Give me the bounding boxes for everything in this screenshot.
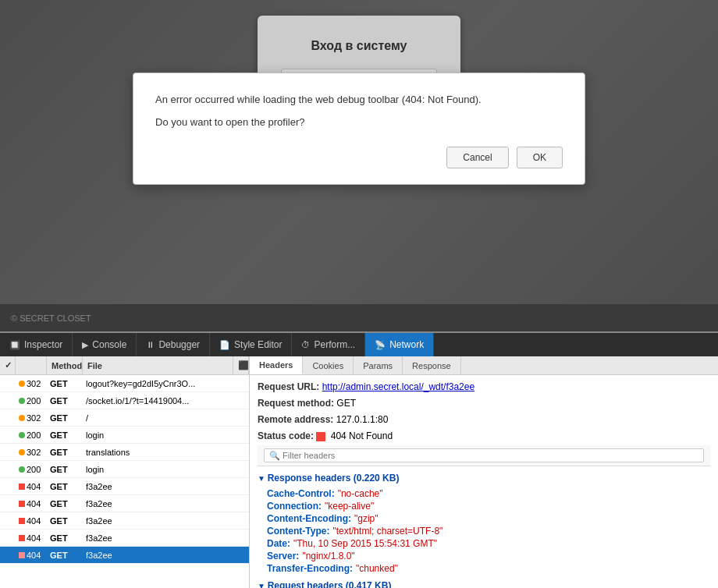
resp-hkey: Date: [267,538,290,549]
devtools-panel: 🔲 Inspector ▶ Console ⏸ Debugger 📄 Style… [0,331,718,588]
tab-style-editor[interactable]: 📄 Style Editor [210,333,292,356]
tab-debugger-label: Debugger [158,339,200,350]
console-icon: ▶ [82,340,88,350]
resp-header-item: Date: "Thu, 10 Sep 2015 15:54:31 GMT" [258,538,710,549]
footer-bar: © SECRET CLOSET [0,304,718,331]
page-background: Вход в систему Submit An error occurred … [0,0,718,304]
request-url-label: Request URL: [258,381,319,392]
col-icon: ⬛ [233,356,249,374]
subtab-cookies[interactable]: Cookies [303,356,354,374]
dialog-buttons: Cancel OK [155,147,563,168]
request-row[interactable]: 302 GET / [0,409,249,427]
dialog-overlay: An error occurred while loading the web … [0,0,718,304]
status-code-val: 404 Not Found [331,430,393,441]
resp-hval: "no-cache" [338,488,383,499]
debugger-icon: ⏸ [146,340,155,349]
tab-performance-label: Perform... [314,339,355,350]
request-section-title: Request headers (0.417 KB) [258,579,710,588]
request-row[interactable]: 404 GET f3a2ee [0,530,249,547]
right-panel: Headers Cookies Params Response Request … [250,356,718,588]
col-check: ✓ [0,356,16,374]
tab-console[interactable]: ▶ Console [73,333,137,356]
col-file: File [83,356,233,374]
request-url-line: Request URL: http://admin.secret.local/_… [258,380,710,394]
status-code-box [316,432,325,441]
cancel-button[interactable]: Cancel [446,147,508,168]
resp-header-item: Content-Type: "text/html; charset=UTF-8" [258,526,710,537]
tab-style-editor-label: Style Editor [234,339,282,350]
ok-button[interactable]: OK [517,147,563,168]
devtools-tabs: 🔲 Inspector ▶ Console ⏸ Debugger 📄 Style… [0,333,718,356]
resp-header-item: Connection: "keep-alive" [258,501,710,512]
resp-header-item: Content-Encoding: "gzip" [258,513,710,524]
devtools-content: ✓ Method File ⬛ 302 GET logout?key=gd2dI… [0,356,718,588]
request-row[interactable]: 404 GET f3a2ee [0,478,249,495]
resp-hval: "text/html; charset=UTF-8" [332,526,443,537]
col-method: Method [47,356,83,374]
request-url-val: http://admin.secret.local/_wdt/f3a2ee [322,381,475,392]
request-row[interactable]: 302 GET logout?key=gd2dI5yCnr3O... [0,375,249,392]
sub-tabs: Headers Cookies Params Response [250,356,718,375]
request-list-header: ✓ Method File ⬛ [0,356,249,375]
inspector-icon: 🔲 [9,340,20,350]
tab-debugger[interactable]: ⏸ Debugger [137,333,210,356]
resp-hval: "chunked" [356,563,398,574]
resp-hkey: Content-Type: [267,526,329,537]
subtab-response[interactable]: Response [403,356,461,374]
headers-content: Request URL: http://admin.secret.local/_… [250,375,718,588]
resp-hval: "Thu, 10 Sep 2015 15:54:31 GMT" [293,538,437,549]
resp-hkey: Connection: [267,501,322,512]
dialog-line2: Do you want to open the profiler? [155,115,563,131]
tab-console-label: Console [92,339,126,350]
resp-hkey: Content-Encoding: [267,513,351,524]
resp-hkey: Cache-Control: [267,488,335,499]
remote-address-line: Remote address: 127.0.1.1:80 [258,413,710,427]
tab-network[interactable]: 📡 Network [365,333,434,356]
resp-hval: "gzip" [354,513,379,524]
resp-header-item: Server: "nginx/1.8.0" [258,551,710,561]
tab-performance[interactable]: ⏱ Perform... [292,333,365,356]
request-row-selected[interactable]: 404 GET f3a2ee [0,547,249,564]
status-code-label: Status code: [258,430,314,441]
request-method-label: Request method: [258,398,334,409]
tab-network-label: Network [389,339,424,350]
resp-header-item: Transfer-Encoding: "chunked" [258,563,710,574]
request-row[interactable]: 200 GET login [0,461,249,478]
request-row[interactable]: 404 GET f3a2ee [0,512,249,530]
response-section-title: Response headers (0.220 KB) [258,471,710,485]
request-list: ✓ Method File ⬛ 302 GET logout?key=gd2dI… [0,356,250,588]
tab-inspector[interactable]: 🔲 Inspector [0,333,73,356]
resp-hval: "keep-alive" [325,501,374,512]
style-editor-icon: 📄 [219,340,230,350]
resp-hkey: Transfer-Encoding: [267,563,353,574]
resp-header-item: Cache-Control: "no-cache" [258,488,710,499]
remote-address-val: 127.0.1.1:80 [336,414,389,425]
dialog-line1: An error occurred while loading the web … [155,92,563,108]
filter-bar [258,445,710,466]
resp-hkey: Server: [267,551,299,561]
resp-hval: "nginx/1.8.0" [302,551,354,561]
subtab-headers[interactable]: Headers [250,356,303,374]
request-row[interactable]: 200 GET login [0,427,249,444]
col-status [16,356,47,374]
performance-icon: ⏱ [301,340,310,349]
request-rows: 302 GET logout?key=gd2dI5yCnr3O... 200 G… [0,375,249,588]
tab-inspector-label: Inspector [24,339,62,350]
footer-text: © SECRET CLOSET [11,313,91,323]
request-method-line: Request method: GET [258,396,710,410]
request-row[interactable]: 404 GET f3a2ee [0,495,249,512]
status-code-line: Status code: 404 Not Found [258,429,710,443]
request-row[interactable]: 302 GET translations [0,444,249,461]
remote-address-label: Remote address: [258,414,333,425]
request-row[interactable]: 200 GET /socket.io/1/?t=14419004... [0,392,249,409]
subtab-params[interactable]: Params [354,356,403,374]
request-method-val: GET [336,398,356,409]
network-icon: 📡 [375,340,386,350]
error-dialog: An error occurred while loading the web … [133,73,585,185]
filter-headers-input[interactable] [264,448,704,462]
